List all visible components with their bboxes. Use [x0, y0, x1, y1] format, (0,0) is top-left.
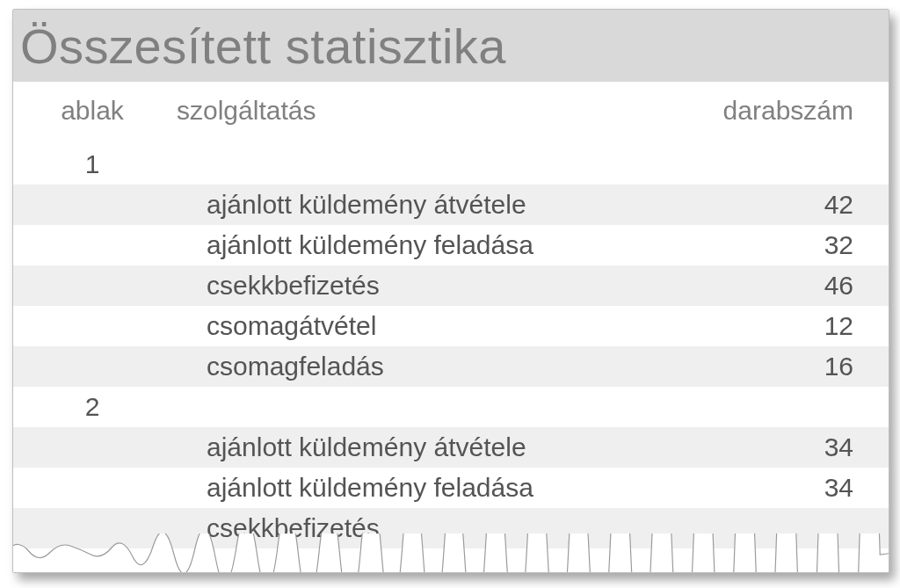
- cell-window: [13, 185, 171, 225]
- cell-count: 12: [678, 306, 889, 346]
- cell-window: [13, 427, 171, 468]
- table-row: csomagátvétel12: [13, 306, 889, 346]
- cell-count: [678, 387, 889, 427]
- col-header-window: ablak: [13, 82, 171, 143]
- cell-count: 42: [678, 185, 889, 225]
- cell-window: [13, 265, 171, 306]
- cell-service: ajánlott küldemény átvétele: [171, 427, 678, 468]
- cell-service: csomagátvétel: [171, 306, 678, 346]
- cell-window: [13, 306, 171, 346]
- cell-service: [171, 143, 678, 185]
- cell-count: 34: [678, 468, 889, 508]
- cell-service: [171, 387, 678, 427]
- table-row: 1: [13, 143, 889, 185]
- cell-count: 46: [678, 265, 889, 306]
- report-panel: Összesített statisztika ablak szolgáltat…: [12, 9, 889, 573]
- table-row: ajánlott küldemény átvétele34: [13, 427, 889, 468]
- cell-service: csomagfeladás: [171, 346, 678, 387]
- cell-service: csekkbefizetés: [171, 265, 678, 306]
- table-header-row: ablak szolgáltatás darabszám: [13, 82, 889, 143]
- cell-service: ajánlott küldemény átvétele: [171, 185, 678, 225]
- table-row: ajánlott küldemény feladása32: [13, 225, 889, 265]
- cell-window: 1: [13, 143, 171, 185]
- stats-table: ablak szolgáltatás darabszám 1ajánlott k…: [13, 82, 889, 548]
- cell-count: [678, 143, 889, 185]
- report-title: Összesített statisztika: [20, 18, 506, 75]
- table-row: ajánlott küldemény feladása34: [13, 468, 889, 508]
- cell-window: 2: [13, 387, 171, 427]
- cell-service: ajánlott küldemény feladása: [171, 225, 678, 265]
- table-row: 2: [13, 387, 889, 427]
- col-header-service: szolgáltatás: [171, 82, 678, 143]
- cell-window: [13, 225, 171, 265]
- cell-window: [13, 346, 171, 387]
- title-bar: Összesített statisztika: [13, 10, 889, 82]
- table-row: csekkbefizetés46: [13, 265, 889, 306]
- cell-service: ajánlott küldemény feladása: [171, 468, 678, 508]
- cell-window: [13, 508, 171, 548]
- cell-count: 32: [678, 225, 889, 265]
- table-row: ajánlott küldemény átvétele42: [13, 185, 889, 225]
- cell-window: [13, 468, 171, 508]
- table-row: csekkbefizetés: [13, 508, 889, 548]
- col-header-count: darabszám: [678, 82, 889, 143]
- cell-count: [678, 508, 889, 548]
- cell-service: csekkbefizetés: [171, 508, 678, 548]
- cell-count: 16: [678, 346, 889, 387]
- cell-count: 34: [678, 427, 889, 468]
- table-row: csomagfeladás16: [13, 346, 889, 387]
